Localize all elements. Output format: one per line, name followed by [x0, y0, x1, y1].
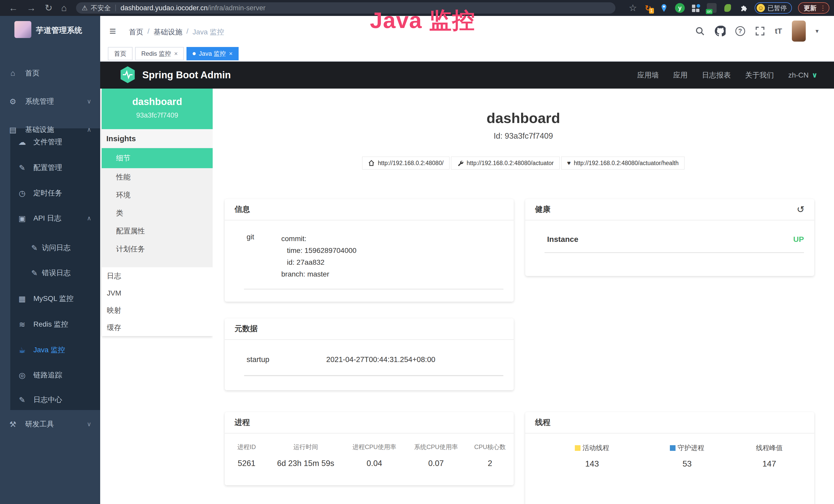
breadcrumb-infra[interactable]: 基础设施 [154, 27, 182, 37]
sba-menu-scheduled-tasks[interactable]: 计划任务 [102, 240, 213, 258]
sba-locale-select[interactable]: zh-CN ∨ [788, 71, 817, 79]
collapse-menu-icon[interactable]: ≡ [109, 25, 116, 38]
app-logo-avatar [14, 21, 31, 38]
insights-section-header: Insights [102, 129, 213, 148]
sidebar-item-jobs[interactable]: ◷ 定时任务 [0, 180, 100, 206]
sidebar-item-redis[interactable]: ≋ Redis 监控 [0, 312, 100, 337]
sba-menu-logs[interactable]: 日志 [102, 267, 213, 284]
sidebar-item-api-log[interactable]: ▣ API 日志 ∧ [0, 205, 100, 231]
sba-menu-classes[interactable]: 类 [102, 204, 213, 222]
forward-icon[interactable]: → [27, 0, 36, 16]
sba-instance-header[interactable]: dashboard 93a3fc7f7409 [102, 89, 213, 129]
sba-menu-jvm[interactable]: JVM [102, 284, 213, 302]
avatar-caret-icon[interactable]: ▾ [815, 27, 818, 35]
sidebar-item-tracing[interactable]: ◎ 链路追踪 [0, 362, 100, 388]
back-icon[interactable]: ← [9, 0, 18, 16]
sidebar-item-mysql[interactable]: ▦ MySQL 监控 [0, 286, 100, 312]
instance-id: 93a3fc7f7409 [102, 111, 213, 119]
git-branch-line: branch: master [281, 268, 356, 280]
on-extension-icon[interactable]: on [707, 3, 717, 13]
daemon-threads-value: 53 [659, 459, 715, 468]
tab-redis[interactable]: Redis 监控 × [135, 47, 184, 60]
security-label: 不安全 [91, 4, 111, 13]
service-url-chip[interactable]: http://192.168.0.2:48080/ [362, 157, 449, 169]
actuator-url-chip[interactable]: http://192.168.0.2:48080/actuator [451, 157, 560, 169]
sidebar-item-label: MySQL 监控 [34, 294, 73, 303]
divider [244, 375, 503, 376]
sba-menu-environment[interactable]: 环境 [102, 186, 213, 204]
sidebar-item-label: 文件管理 [34, 137, 62, 147]
bookmark-star-icon[interactable]: ☆ [629, 0, 637, 16]
tab-label: Redis 监控 [141, 49, 171, 58]
sba-menu-metrics[interactable]: 性能 [102, 168, 213, 186]
sidebar-item-config[interactable]: ✎ 配置管理 [0, 155, 100, 181]
profile-paused-chip[interactable]: ☺ 已暂停 [755, 2, 792, 14]
omnibox-divider [115, 5, 116, 11]
health-url-chip[interactable]: ♥ http://192.168.0.2:48080/actuator/heal… [561, 157, 684, 169]
actuator-url: http://192.168.0.2:48080/actuator [467, 160, 554, 167]
history-icon[interactable]: ↺ [797, 204, 805, 215]
sidebar-item-java[interactable]: ☕ Java 监控 [0, 337, 100, 363]
chevron-down-icon: ∨ [87, 98, 91, 105]
sync-extension-icon[interactable]: ↻ 1 [643, 3, 653, 13]
github-icon[interactable] [715, 26, 726, 37]
home-icon[interactable]: ⌂ [61, 0, 67, 16]
chrome-update-button[interactable]: 更新 ⋮ [798, 2, 829, 14]
font-size-icon[interactable]: tT [775, 27, 782, 36]
not-secure-warning-icon: ⚠ [82, 4, 88, 12]
endpoint-chips: http://192.168.0.2:48080/ http://192.168… [213, 157, 834, 169]
sba-nav-wallboard[interactable]: 应用墙 [637, 70, 659, 80]
sidebar-item-files[interactable]: ☁ 文件管理 [0, 129, 100, 155]
fullscreen-icon[interactable] [755, 26, 765, 36]
health-instance-label[interactable]: Instance [547, 235, 578, 244]
y-extension-icon[interactable]: y [675, 3, 685, 13]
help-icon[interactable]: ? [736, 26, 745, 36]
sidebar-item-log-center[interactable]: ✎ 日志中心 [0, 387, 100, 413]
sidebar-item-system[interactable]: ⚙ 系统管理 ∨ [0, 89, 100, 114]
sba-nav-about[interactable]: 关于我们 [745, 70, 774, 80]
threads-values: 143 53 147 [525, 459, 814, 468]
search-icon[interactable] [695, 26, 705, 36]
user-avatar[interactable] [792, 21, 806, 42]
close-icon[interactable]: × [229, 50, 233, 57]
java-icon: ☕ [17, 346, 28, 354]
sba-nav-applications[interactable]: 应用 [673, 70, 687, 80]
daemon-threads-swatch [670, 445, 676, 451]
sidebar-item-dev-tools[interactable]: ⚒ 研发工具 ∨ [0, 411, 100, 437]
address-bar[interactable]: ⚠ 不安全 dashboard.yudao.iocoder.cn/infra/a… [76, 2, 615, 14]
update-label: 更新 [804, 4, 816, 12]
legend-daemon-threads: 守护进程 [678, 443, 704, 452]
tab-home[interactable]: 首页 [108, 47, 133, 60]
sidebar-item-access-log[interactable]: ✎ 访问日志 [0, 235, 100, 260]
tab-java[interactable]: Java 监控 × [186, 47, 239, 60]
page-title: dashboard [213, 110, 834, 126]
grid-extension-icon[interactable] [691, 3, 701, 13]
sidebar-item-label: API 日志 [34, 213, 61, 223]
sba-menu-details[interactable]: 细节 [102, 148, 213, 168]
sba-menu-caches[interactable]: 缓存 [102, 319, 213, 336]
close-icon[interactable]: × [174, 50, 178, 57]
pin-extension-icon[interactable] [659, 3, 669, 13]
sidebar-item-home[interactable]: ⌂ 首页 [0, 60, 100, 86]
process-value-pid: 5261 [225, 459, 268, 468]
reload-icon[interactable]: ↻ [45, 0, 52, 16]
sba-menu-config-props[interactable]: 配置属性 [102, 222, 213, 240]
sidebar-item-error-log[interactable]: ✎ 错误日志 [0, 260, 100, 286]
peak-threads-value: 147 [741, 459, 797, 468]
admin-sidebar: 芋道管理系统 ⌂ 首页 ⚙ 系统管理 ∨ ▤ 基础设施 ∧ ☁ 文件管理 ✎ 配… [0, 16, 100, 504]
screen: Java 监控 ← → ↻ ⌂ ⚠ 不安全 dashboard.yudao.io… [0, 0, 834, 504]
breadcrumb-home[interactable]: 首页 [129, 27, 143, 37]
sba-nav-journal[interactable]: 日志报表 [702, 70, 731, 80]
puzzle-extensions-icon[interactable] [739, 3, 748, 13]
leaf-extension-icon[interactable] [723, 3, 732, 13]
sba-brand-title: Spring Boot Admin [142, 70, 231, 81]
browser-menu-icon[interactable]: ⋮ [820, 4, 826, 12]
app-logo-row[interactable]: 芋道管理系统 [0, 16, 100, 43]
sidebar-item-label: 访问日志 [42, 243, 71, 253]
git-id-line: id: 27aa832 [281, 256, 356, 268]
breadcrumb: 首页 / 基础设施 / Java 监控 [129, 27, 224, 37]
sba-menu-mappings[interactable]: 映射 [102, 302, 213, 319]
sba-root-menu: 日志 JVM 映射 缓存 [102, 267, 213, 336]
sidebar-item-label: Redis 监控 [34, 319, 68, 329]
log-icon: ▣ [17, 214, 28, 223]
